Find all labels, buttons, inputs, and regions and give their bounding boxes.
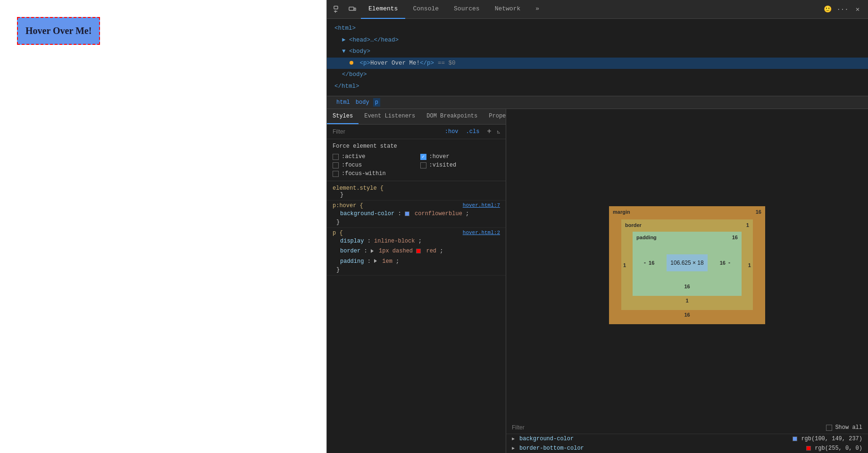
boxmodel-panel: margin 16 border 1 padding 16: [506, 109, 868, 453]
padding-label: padding: [636, 235, 657, 240]
padding-right-val: 16: [720, 260, 726, 266]
visited-label: :visited: [429, 162, 457, 168]
breadcrumb-body[interactable]: body: [354, 98, 371, 107]
bg-color-swatch[interactable]: [405, 211, 409, 216]
computed-border-bottom-color[interactable]: ► border-bottom-color rgb(255, 0, 0): [506, 444, 868, 453]
show-all-label-text: Show all: [835, 424, 862, 431]
border-label: border: [625, 222, 642, 228]
state-focus[interactable]: :focus: [333, 162, 413, 168]
computed-properties-list: ► background-color rgb(100, 149, 237) ► …: [506, 434, 868, 453]
hover-checkbox[interactable]: ✓: [420, 154, 426, 160]
dom-line-head[interactable]: ► <head>…</head>: [327, 34, 868, 46]
padding-top-val: 16: [732, 235, 738, 240]
dom-line-body[interactable]: ▼ <body>: [327, 46, 868, 58]
close-devtools-button[interactable]: ✕: [851, 3, 864, 16]
margin-label: margin: [613, 209, 630, 215]
css-selector-p-hover[interactable]: p:hover {: [333, 202, 363, 209]
focus-label: :focus: [342, 162, 362, 168]
state-focus-within[interactable]: :focus-within: [333, 170, 413, 177]
tab-console[interactable]: Console: [405, 0, 446, 19]
show-all-checkbox[interactable]: [826, 425, 832, 431]
filter-bar: :hov .cls + ◺: [327, 125, 506, 139]
content-size: 106.625 × 18: [670, 260, 703, 266]
css-selector-element-style[interactable]: element.style {: [333, 185, 500, 192]
css-file-link-1[interactable]: hover.html:7: [463, 202, 500, 208]
padding-left-val: 16: [649, 260, 654, 266]
svg-rect-0: [334, 6, 338, 9]
dom-line-p[interactable]: <p>Hover Over Me!</p>== $0: [327, 58, 868, 69]
hover-label: :hover: [429, 153, 450, 160]
state-active[interactable]: :active: [333, 153, 413, 160]
css-selector-p-line: p { hover.html:2: [333, 230, 500, 236]
devtools-panel: Elements Console Sources Network » 🙂 ···…: [327, 0, 868, 453]
tab-network[interactable]: Network: [487, 0, 528, 19]
focus-checkbox[interactable]: [333, 162, 339, 168]
tab-styles[interactable]: Styles: [327, 109, 359, 124]
state-hover[interactable]: ✓ :hover: [420, 153, 501, 160]
dom-breakpoint-dot: [350, 61, 353, 65]
css-rule-close-1: }: [333, 219, 500, 226]
border-bottom-color-expand[interactable]: ►: [512, 446, 517, 451]
add-style-button[interactable]: +: [485, 127, 493, 136]
breadcrumb-html[interactable]: html: [334, 98, 352, 107]
css-selector-p[interactable]: p {: [333, 230, 343, 236]
tab-more[interactable]: »: [528, 0, 547, 19]
computed-filter-bar: Show all: [506, 421, 868, 434]
toolbar-right-icons: 🙂 ··· ✕: [821, 3, 864, 16]
tab-elements[interactable]: Elements: [361, 0, 405, 19]
devtools-toolbar: Elements Console Sources Network » 🙂 ···…: [327, 0, 868, 19]
hov-button[interactable]: :hov: [443, 127, 460, 136]
cls-button[interactable]: .cls: [464, 127, 482, 136]
css-rule-close-0: }: [333, 192, 500, 198]
css-rules: element.style { } p:hover { hover.html:7…: [327, 181, 506, 277]
tab-dom-breakpoints[interactable]: DOM Breakpoints: [421, 109, 483, 124]
filter-corner: ◺: [497, 129, 500, 134]
styles-filter-input[interactable]: [333, 128, 439, 135]
left-dash: -: [644, 260, 646, 266]
border-color-swatch[interactable]: [416, 249, 421, 253]
padding-expand-icon[interactable]: [374, 259, 377, 263]
webpage-preview: Hover Over Me!: [0, 0, 327, 453]
tab-properties[interactable]: Properties: [483, 109, 506, 124]
border-bottom-color-prop-value: rgb(255, 0, 0): [815, 445, 862, 452]
computed-bg-color[interactable]: ► background-color rgb(100, 149, 237): [506, 434, 868, 444]
active-checkbox[interactable]: [333, 154, 339, 160]
bg-color-prop-value: rgb(100, 149, 237): [801, 436, 862, 442]
css-rule-close-2: }: [333, 267, 500, 273]
dom-line-body-close[interactable]: </body>: [327, 69, 868, 81]
svg-rect-4: [354, 8, 356, 10]
css-prop-bg-color: background-color : cornflowerblue ;: [333, 209, 500, 219]
show-all-toggle[interactable]: Show all: [826, 424, 862, 431]
dom-line-html-close[interactable]: </html>: [327, 81, 868, 92]
dom-line-html[interactable]: <html>: [327, 23, 868, 34]
css-file-link-2[interactable]: hover.html:2: [463, 230, 500, 235]
bg-color-prop-name: background-color: [519, 436, 790, 442]
emoji-button[interactable]: 🙂: [821, 3, 834, 16]
panels-container: Styles Event Listeners DOM Breakpoints P…: [327, 109, 868, 453]
focus-within-checkbox[interactable]: [333, 171, 339, 177]
more-options-button[interactable]: ···: [836, 3, 849, 16]
bg-color-expand[interactable]: ►: [512, 436, 517, 442]
computed-filter-input[interactable]: [512, 424, 822, 431]
inspect-icon[interactable]: [331, 3, 344, 16]
css-selector-p-hover-line: p:hover { hover.html:7: [333, 202, 500, 209]
css-rule-p-hover: p:hover { hover.html:7 background-color …: [327, 201, 506, 228]
css-rule-p: p { hover.html:2 display : inline-block …: [327, 228, 506, 276]
computed-border-swatch[interactable]: [806, 446, 811, 451]
svg-rect-3: [349, 7, 354, 10]
force-state-title: Force element state: [333, 143, 500, 150]
computed-bg-swatch[interactable]: [793, 436, 797, 441]
device-icon[interactable]: [346, 3, 359, 16]
visited-checkbox[interactable]: [420, 162, 426, 168]
css-prop-display: display : inline-block ;: [333, 236, 500, 246]
breadcrumb-p[interactable]: p: [373, 98, 380, 107]
css-prop-border: border : 1px dashed red ;: [333, 246, 500, 256]
state-visited[interactable]: :visited: [420, 162, 501, 168]
border-expand-icon[interactable]: [371, 249, 374, 253]
tab-event-listeners[interactable]: Event Listeners: [359, 109, 421, 124]
css-rule-element-style: element.style { }: [327, 183, 506, 201]
tab-sources[interactable]: Sources: [446, 0, 487, 19]
border-left-val: 1: [623, 262, 626, 268]
hover-element[interactable]: Hover Over Me!: [17, 17, 100, 45]
box-model-visual: margin 16 border 1 padding 16: [506, 109, 868, 421]
